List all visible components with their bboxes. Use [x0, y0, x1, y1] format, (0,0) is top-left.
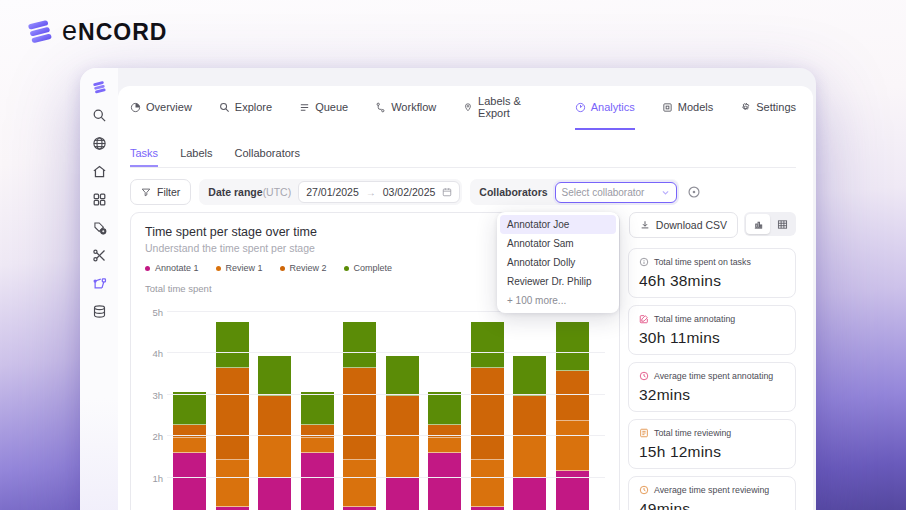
table-grid-icon [777, 219, 788, 230]
download-csv-button[interactable]: Download CSV [629, 212, 738, 238]
chevron-down-icon [661, 188, 670, 197]
subtab-labels[interactable]: Labels [180, 147, 212, 167]
stat-card-avg-reviewing: Average time spent reviewing 49mins [628, 476, 796, 510]
date-range-group: Date range(UTC) 27/01/2025 → 03/02/2025 [199, 179, 462, 205]
tab-settings[interactable]: Settings [740, 95, 796, 130]
bar-segment [386, 436, 419, 477]
calendar-icon[interactable] [442, 187, 452, 197]
stat-value: 15h 12mins [639, 443, 785, 461]
globe-icon[interactable] [92, 136, 107, 151]
bar-segment [428, 438, 461, 452]
chart-view-button[interactable] [746, 214, 770, 234]
sidebar [80, 68, 118, 510]
bar-segment [428, 425, 461, 439]
tab-explore[interactable]: Explore [219, 95, 272, 130]
gridline [167, 435, 605, 436]
legend-item: Review 1 [216, 263, 263, 273]
gridline [167, 477, 605, 478]
bar-stack [216, 322, 249, 510]
bar-segment [343, 460, 376, 507]
apps-grid-icon[interactable] [92, 192, 107, 207]
automation-scissors-icon[interactable] [92, 248, 107, 263]
dropdown-option[interactable]: Annotator Sam [500, 234, 616, 253]
stat-card-total-tasks: Total time spent on tasks 46h 38mins [628, 248, 796, 298]
tab-overview[interactable]: Overview [130, 95, 192, 130]
bar-stack [386, 356, 419, 510]
filter-button[interactable]: Filter [130, 179, 191, 205]
bar-segment [513, 396, 546, 436]
tab-analytics[interactable]: Analytics [575, 95, 635, 130]
bar-segment [301, 438, 334, 452]
clock-icon [639, 371, 649, 381]
date-range-input[interactable]: 27/01/2025 → 03/02/2025 [298, 181, 460, 203]
bar-segment [428, 453, 461, 510]
tag-icon [463, 102, 473, 113]
clock-icon [639, 485, 649, 495]
tab-label: Models [678, 101, 713, 113]
home-icon[interactable] [92, 164, 107, 179]
dataset-icon[interactable] [92, 304, 107, 319]
stat-label: Total time reviewing [654, 428, 731, 438]
filter-button-label: Filter [157, 186, 180, 198]
stat-value: 30h 11mins [639, 329, 785, 347]
bar-segment [343, 322, 376, 368]
encord-logo-icon[interactable] [92, 80, 107, 95]
bar-segment [343, 507, 376, 510]
bar-stack [258, 356, 291, 510]
stats-column: Download CSV Total time spent [628, 212, 796, 510]
dropdown-more-indicator: + 100 more... [500, 291, 616, 310]
bar-segment [258, 396, 291, 436]
tab-queue[interactable]: Queue [299, 95, 348, 130]
subtab-tasks[interactable]: Tasks [130, 147, 158, 167]
arrow-right-icon: → [366, 187, 376, 198]
bar-segment [513, 436, 546, 477]
bar-stack [513, 356, 546, 510]
search-icon[interactable] [92, 108, 107, 123]
search-icon [219, 102, 230, 113]
tab-label: Labels & Export [478, 95, 548, 119]
gridline [167, 394, 605, 395]
list-icon [299, 102, 310, 113]
dropdown-option[interactable]: Annotator Joe [500, 215, 616, 234]
bar-stack [173, 392, 206, 510]
bar-segment [471, 460, 504, 507]
dropdown-option[interactable]: Reviewer Dr. Philip [500, 272, 616, 291]
legend-item: Review 2 [280, 263, 327, 273]
bar-segment [258, 356, 291, 397]
tab-labels-export[interactable]: Labels & Export [463, 95, 548, 130]
stat-value: 49mins [639, 500, 785, 510]
bar-segment [556, 421, 589, 471]
stat-card-total-reviewing: Total time reviewing 15h 12mins [628, 419, 796, 469]
stat-value: 32mins [639, 386, 785, 404]
bar-segment [258, 478, 291, 510]
tab-label: Explore [235, 101, 272, 113]
circle-dot-icon[interactable] [687, 185, 701, 199]
pie-icon [130, 102, 141, 113]
tag-add-icon[interactable] [92, 220, 107, 235]
bar-group [173, 322, 589, 510]
tab-models[interactable]: Models [662, 95, 713, 130]
gridline [167, 352, 605, 353]
stat-label: Average time spent annotating [654, 371, 773, 381]
bar-segment [513, 478, 546, 510]
download-icon [640, 220, 650, 230]
bar-stack [556, 322, 589, 510]
bar-segment [216, 507, 249, 510]
tab-label: Workflow [391, 101, 436, 113]
polygon-annotate-icon[interactable] [92, 276, 107, 291]
tab-label: Queue [315, 101, 348, 113]
table-view-button[interactable] [770, 214, 794, 234]
main-panel: Overview Explore Queue Workflow Labels &… [118, 86, 813, 510]
subtab-collaborators[interactable]: Collaborators [235, 147, 300, 167]
legend-dot [216, 266, 221, 271]
collaborator-select[interactable]: Select collaborator [555, 182, 677, 203]
date-to-value[interactable]: 03/02/2025 [383, 186, 436, 198]
stat-value: 46h 38mins [639, 272, 785, 290]
review-doc-icon [639, 428, 649, 438]
content-area: Time spent per stage over time Understan… [130, 212, 796, 510]
dropdown-option[interactable]: Annotator Dolly [500, 253, 616, 272]
bar-segment [556, 371, 589, 421]
tab-workflow[interactable]: Workflow [375, 95, 436, 130]
date-from-value[interactable]: 27/01/2025 [306, 186, 359, 198]
legend-dot [280, 266, 285, 271]
